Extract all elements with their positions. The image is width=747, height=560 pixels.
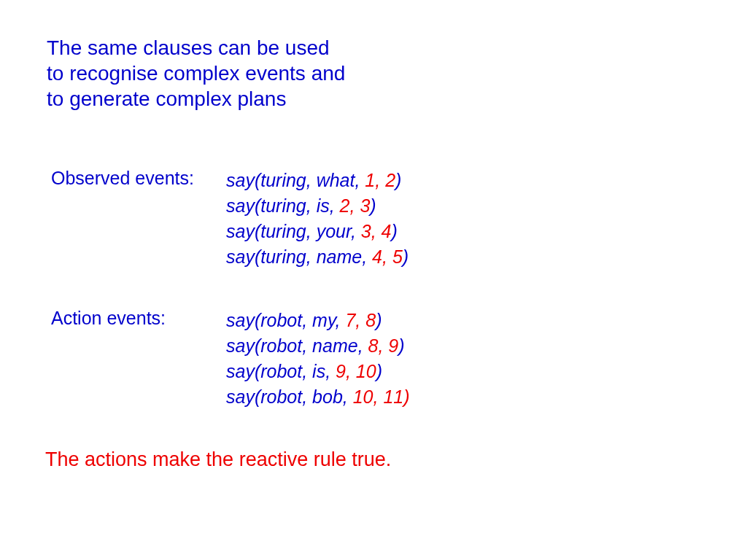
- observed-events-label: Observed events:: [51, 168, 194, 188]
- observed-events-block: Observed events: say(turing, what, 1, 2)…: [51, 168, 409, 270]
- title-line-2: to recognise complex events and: [47, 61, 345, 86]
- title-line-1: The same clauses can be used: [47, 35, 345, 61]
- observed-event-3: say(turing, name, 4, 5): [226, 244, 409, 270]
- observed-event-1: say(turing, is, 2, 3): [226, 193, 409, 219]
- footer-statement: The actions make the reactive rule true.: [45, 448, 391, 471]
- observed-event-2: say(turing, your, 3, 4): [226, 219, 409, 244]
- action-event-2: say(robot, is, 9, 10): [226, 359, 410, 384]
- observed-event-0: say(turing, what, 1, 2): [226, 168, 409, 193]
- title-line-3: to generate complex plans: [47, 86, 345, 112]
- action-event-1: say(robot, name, 8, 9): [226, 333, 410, 359]
- action-events-block: Action events: say(robot, my, 7, 8) say(…: [51, 308, 410, 410]
- slide-title: The same clauses can be used to recognis…: [47, 35, 345, 112]
- action-events-label: Action events:: [51, 308, 166, 328]
- action-events-list: say(robot, my, 7, 8) say(robot, name, 8,…: [226, 308, 410, 410]
- observed-events-list: say(turing, what, 1, 2) say(turing, is, …: [226, 168, 409, 270]
- action-event-0: say(robot, my, 7, 8): [226, 308, 410, 333]
- action-event-3: say(robot, bob, 10, 11): [226, 384, 410, 410]
